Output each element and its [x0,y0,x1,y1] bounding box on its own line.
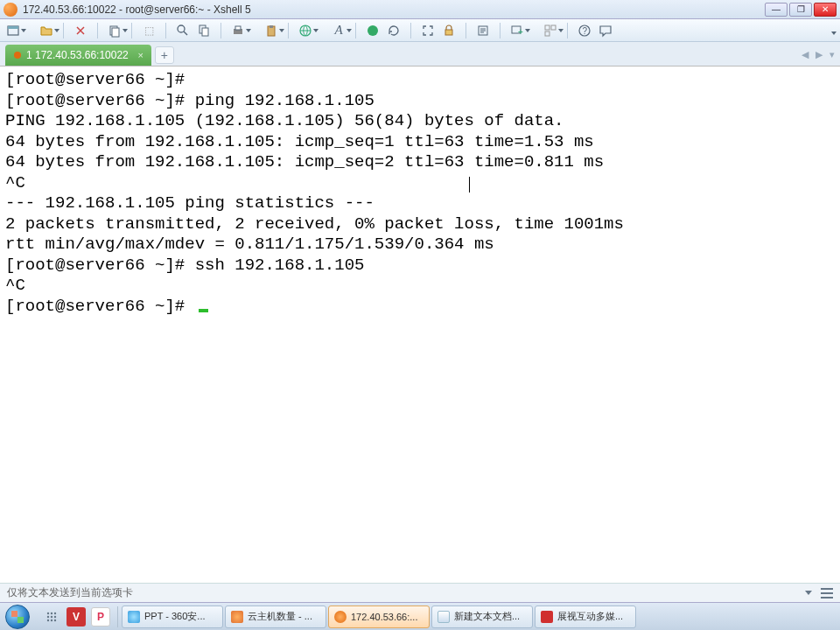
status-menu-icon[interactable] [821,588,833,598]
task-label: 展视互动多媒... [557,610,623,623]
svg-point-33 [51,619,52,620]
encoding-button[interactable] [298,23,313,38]
log-button[interactable] [475,23,491,38]
cursor-icon [199,309,208,312]
svg-text:?: ? [583,26,588,36]
start-button[interactable] [0,603,35,631]
new-window-button[interactable]: + [509,23,525,38]
window-titlebar: 172.40.53.66:10022 - root@server66:~ - X… [0,0,840,19]
svg-point-30 [51,615,52,617]
terminal-pane[interactable]: [root@server66 ~]# [root@server66 ~]# pi… [0,66,840,583]
task-label: 新建文本文档... [454,610,520,623]
text-caret [469,177,470,192]
lock-button[interactable] [441,23,457,38]
terminal-line: rtt min/avg/max/mdev = 0.811/1.175/1.539… [5,234,835,256]
firefox-icon [231,611,243,623]
tab-prev-icon[interactable]: ◀ [802,49,808,60]
svg-point-26 [47,612,49,613]
task-item[interactable]: PPT - 360安... [122,606,223,628]
task-item[interactable]: 云主机数量 - ... [225,606,326,628]
new-tab-button[interactable]: + [155,46,174,64]
task-label: PPT - 360安... [144,610,206,623]
properties-button[interactable]: ⬚ [141,23,157,38]
media-icon [541,611,553,623]
terminal-line: [root@server66 ~]# [5,297,835,318]
session-status-icon [14,52,21,59]
tab-list-icon[interactable]: ▾ [830,49,835,60]
terminal-line: 64 bytes from 192.168.1.105: icmp_seq=2 … [5,152,835,173]
task-label: 172.40.53.66:... [351,612,417,622]
svg-point-29 [47,615,49,617]
status-dropdown-icon[interactable] [805,591,812,595]
quick-launch: V P [35,606,118,627]
status-bar: 仅将文本发送到当前选项卡 [0,583,840,602]
new-session-button[interactable] [5,23,21,38]
tile-button[interactable] [542,23,558,38]
print-button[interactable] [230,23,246,38]
open-button[interactable] [38,23,54,38]
browser-icon [128,611,140,623]
svg-point-13 [368,25,378,36]
reconnect-button[interactable] [73,23,88,38]
svg-line-5 [184,32,187,35]
session-tab-label: 1 172.40.53.66:10022 [26,49,129,61]
ql-app-p[interactable]: P [91,607,110,626]
close-button[interactable]: ✕ [814,3,836,17]
font-button[interactable]: A [331,23,346,38]
copy-button[interactable] [107,23,122,38]
chat-button[interactable] [598,23,613,38]
ql-app-v[interactable]: V [66,607,86,626]
window-buttons: — ❐ ✕ [765,3,836,17]
find-button[interactable] [175,23,191,38]
main-toolbar: ⬚ A + ? [0,19,840,42]
xshell-icon [334,611,346,623]
windows-taskbar: V P PPT - 360安... 云主机数量 - ... 172.40.53.… [0,602,840,630]
tab-next-icon[interactable]: ▶ [816,49,822,60]
notepad-icon [438,611,450,623]
terminal-line: [root@server66 ~]# [5,70,835,91]
terminal-line: --- 192.168.1.105 ping statistics --- [5,193,835,214]
svg-rect-22 [551,25,556,30]
task-item[interactable]: 新建文本文档... [431,606,533,628]
session-tab-active[interactable]: 1 172.40.53.66:10022 × [5,45,151,66]
paste-button[interactable] [263,23,279,38]
svg-point-34 [54,619,56,620]
terminal-line: [root@server66 ~]# ssh 192.168.1.105 [5,256,835,276]
svg-rect-14 [445,30,452,35]
svg-text:+: + [518,27,523,37]
svg-point-4 [178,25,185,32]
maximize-button[interactable]: ❐ [789,3,812,17]
tab-close-icon[interactable]: × [136,50,146,60]
fullscreen-button[interactable] [420,23,436,38]
svg-point-31 [54,615,56,617]
refresh-button[interactable] [386,23,402,38]
svg-point-27 [51,612,52,613]
window-title: 172.40.53.66:10022 - root@server66:~ - X… [23,4,765,16]
status-text: 仅将文本发送到当前选项卡 [7,585,133,600]
svg-rect-21 [545,25,550,30]
terminal-line: PING 192.168.1.105 (192.168.1.105) 56(84… [5,111,835,132]
minimize-button[interactable]: — [765,3,788,17]
terminal-line: 2 packets transmitted, 2 received, 0% pa… [5,214,835,235]
color-scheme-button[interactable] [365,23,381,38]
ql-grid-icon[interactable] [42,607,61,626]
terminal-line: ^C [5,173,835,194]
svg-rect-9 [235,26,241,30]
terminal-line: ^C [5,276,835,297]
svg-rect-1 [8,26,18,29]
copy-selection-button[interactable] [196,23,212,38]
svg-rect-11 [270,25,273,28]
app-icon [4,3,18,17]
task-label: 云主机数量 - ... [248,610,312,623]
help-button[interactable]: ? [577,23,592,38]
task-item[interactable]: 展视互动多媒... [535,606,636,628]
windows-logo-icon [5,605,30,629]
svg-point-28 [54,612,56,613]
task-item-active[interactable]: 172.40.53.66:... [328,606,430,628]
toolbar-overflow-icon[interactable] [831,32,836,35]
task-buttons: PPT - 360安... 云主机数量 - ... 172.40.53.66:.… [118,606,840,628]
session-tabstrip: 1 172.40.53.66:10022 × + ◀ ▶ ▾ [0,42,840,66]
svg-rect-23 [545,32,550,36]
terminal-line: [root@server66 ~]# ping 192.168.1.105 [5,91,835,112]
svg-point-32 [47,619,49,620]
